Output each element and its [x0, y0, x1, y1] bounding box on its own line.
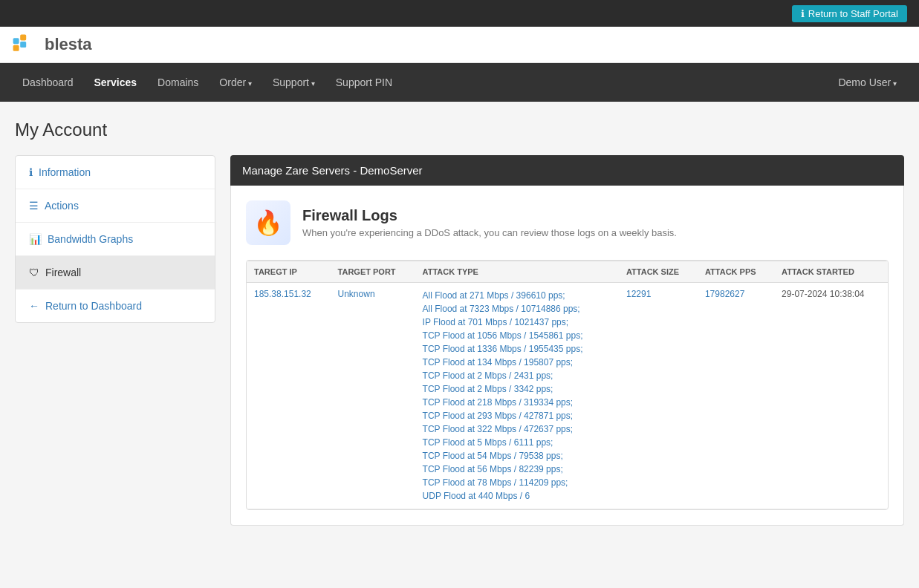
- sidebar-item-information[interactable]: ℹ Information: [16, 156, 215, 189]
- firewall-flame-icon: 🔥: [253, 209, 283, 237]
- firewall-title: Firewall Logs: [302, 207, 677, 224]
- sidebar-item-bandwidth-label: Bandwidth Graphs: [48, 233, 133, 245]
- cell-attack-pps: 17982627: [698, 283, 774, 509]
- logo-bar: blesta: [0, 27, 919, 63]
- chart-icon: 📊: [29, 233, 42, 245]
- sidebar-item-return-dashboard[interactable]: ← Return to Dashboard: [16, 290, 215, 322]
- nav-item-support-pin[interactable]: Support PIN: [325, 63, 403, 102]
- firewall-icon-box: 🔥: [246, 200, 290, 245]
- nav-item-order[interactable]: Order: [209, 63, 262, 102]
- sidebar-item-bandwidth-graphs[interactable]: 📊 Bandwidth Graphs: [16, 223, 215, 256]
- col-attack-type: ATTACK TYPE: [415, 261, 619, 283]
- nav-item-dashboard[interactable]: Dashboard: [12, 63, 84, 102]
- cell-attack-started: 29-07-2024 10:38:04: [774, 283, 888, 509]
- firewall-info: Firewall Logs When you're experiencing a…: [302, 207, 677, 238]
- cell-attack-type: All Flood at 271 Mbps / 396610 pps; All …: [415, 283, 619, 509]
- col-target-ip: TAREGT IP: [247, 261, 331, 283]
- sidebar-item-firewall[interactable]: 🛡 Firewall: [16, 256, 215, 290]
- logo-link[interactable]: blesta: [12, 33, 907, 56]
- info-icon: ℹ: [801, 8, 805, 19]
- logs-table-wrapper: TAREGT IP TARGET PORT ATTACK TYPE ATTACK…: [246, 260, 889, 510]
- sidebar: ℹ Information ☰ Actions 📊 Bandwidth Grap…: [15, 155, 215, 323]
- svg-rect-2: [13, 45, 19, 51]
- cell-target-ip: 185.38.151.32: [247, 283, 331, 509]
- svg-rect-3: [20, 42, 26, 48]
- actions-icon: ☰: [29, 200, 39, 212]
- main-panel: Manage Zare Servers - DemoServer 🔥 Firew…: [230, 155, 904, 526]
- nav-left: Dashboard Services Domains Order Support…: [12, 63, 403, 102]
- sidebar-item-actions[interactable]: ☰ Actions: [16, 189, 215, 223]
- svg-rect-1: [20, 34, 26, 40]
- cell-target-port: Unknown: [331, 283, 415, 509]
- col-attack-size: ATTACK SIZE: [619, 261, 698, 283]
- return-to-staff-portal-button[interactable]: ℹ Return to Staff Portal: [792, 5, 907, 22]
- shield-icon: 🛡: [29, 267, 39, 278]
- panel-body: 🔥 Firewall Logs When you're experiencing…: [230, 186, 904, 526]
- sidebar-item-actions-label: Actions: [45, 200, 79, 212]
- col-attack-pps: ATTACK PPS: [698, 261, 774, 283]
- svg-rect-0: [13, 38, 19, 44]
- page-title: My Account: [15, 120, 904, 140]
- return-label: Return to Staff Portal: [808, 8, 898, 19]
- arrow-left-icon: ←: [29, 300, 39, 312]
- firewall-header: 🔥 Firewall Logs When you're experiencing…: [246, 200, 889, 245]
- nav-item-support[interactable]: Support: [262, 63, 325, 102]
- table-header-row: TAREGT IP TARGET PORT ATTACK TYPE ATTACK…: [247, 261, 888, 283]
- nav-item-services[interactable]: Services: [84, 63, 148, 102]
- sidebar-item-return-label: Return to Dashboard: [45, 300, 142, 312]
- page-content: My Account ℹ Information ☰ Actions 📊 Ban…: [0, 102, 919, 543]
- info-icon: ℹ: [29, 166, 33, 178]
- main-nav: Dashboard Services Domains Order Support…: [0, 63, 919, 102]
- nav-item-domains[interactable]: Domains: [147, 63, 209, 102]
- top-bar: ℹ Return to Staff Portal: [0, 0, 919, 27]
- logs-table: TAREGT IP TARGET PORT ATTACK TYPE ATTACK…: [247, 261, 888, 509]
- nav-user-menu[interactable]: Demo User: [828, 63, 907, 102]
- layout: ℹ Information ☰ Actions 📊 Bandwidth Grap…: [15, 155, 904, 526]
- panel-header: Manage Zare Servers - DemoServer: [230, 155, 904, 186]
- firewall-subtitle: When you're experiencing a DDoS attack, …: [302, 227, 677, 238]
- sidebar-item-information-label: Information: [39, 166, 91, 178]
- col-attack-started: ATTACK STARTED: [774, 261, 888, 283]
- col-target-port: TARGET PORT: [331, 261, 415, 283]
- logo-text: blesta: [45, 35, 92, 54]
- blesta-logo-icon: [12, 33, 42, 56]
- table-row: 185.38.151.32UnknownAll Flood at 271 Mbp…: [247, 283, 888, 509]
- cell-attack-size: 12291: [619, 283, 698, 509]
- sidebar-item-firewall-label: Firewall: [45, 267, 81, 278]
